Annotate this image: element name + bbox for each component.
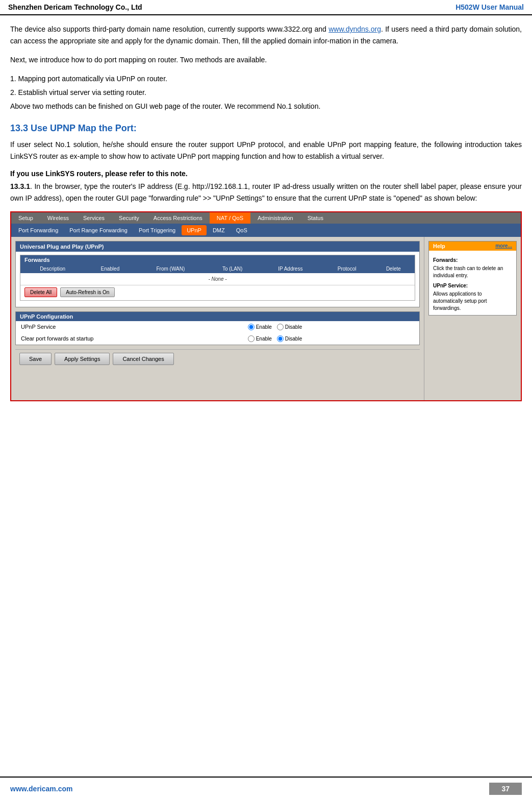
delete-all-button[interactable]: Delete All xyxy=(24,287,57,297)
col-description: Description xyxy=(20,264,85,273)
clear-forwards-row: Clear port forwards at startup Enable Di… xyxy=(16,333,419,345)
help-upnp-text: Allows applications to automatically set… xyxy=(433,291,487,311)
section-heading: 13.3 Use UPNP Map the Port: xyxy=(10,123,522,134)
nav-security[interactable]: Security xyxy=(112,212,146,224)
upnp-service-row: UPnP Service Enable Disable xyxy=(16,321,419,333)
paragraph-6: If user select No.1 solution, he/she sho… xyxy=(10,139,522,162)
col-protocol: Protocol xyxy=(322,264,372,273)
help-box: Help more... Forwards: Click the trash c… xyxy=(428,241,517,316)
nav-access-restrictions[interactable]: Access Restrictions xyxy=(146,212,210,224)
upnp-config-title: UPnP Configuration xyxy=(16,312,419,321)
col-delete: Delete xyxy=(372,264,415,273)
company-name: Shenzhen Dericam Technology Co., Ltd xyxy=(8,3,142,11)
upnp-section-box: Universal Plug and Play (UPnP) Forwards … xyxy=(15,241,420,307)
forwards-table: Description Enabled From (WAN) To (LAN) … xyxy=(20,264,415,285)
bold-line: If you use LinkSYS routers, please refer… xyxy=(10,169,522,178)
section-ref: 13.3.1 xyxy=(10,182,30,190)
forwards-content: Description Enabled From (WAN) To (LAN) … xyxy=(20,264,415,300)
subnav-upnp[interactable]: UPnP xyxy=(182,225,207,235)
col-to-lan: To (LAN) xyxy=(206,264,259,273)
dyndns-link[interactable]: www.dyndns.org xyxy=(328,25,381,33)
help-content: Forwards: Click the trash can to delete … xyxy=(429,251,516,315)
upnp-service-radios: Enable Disable xyxy=(243,321,419,333)
subnav-port-triggering[interactable]: Port Triggering xyxy=(134,225,181,235)
upnp-config-table: UPnP Service Enable Disable xyxy=(16,321,419,345)
clear-forwards-label: Clear port forwards at startup xyxy=(16,333,243,345)
nav-setup[interactable]: Setup xyxy=(11,212,40,224)
page-header: Shenzhen Dericam Technology Co., Ltd H50… xyxy=(0,0,532,15)
col-ip-address: IP Address xyxy=(259,264,322,273)
manual-title: H502W User Manual xyxy=(455,3,524,11)
action-buttons-row: Save Apply Settings Cancel Changes xyxy=(15,349,420,368)
forwards-title: Forwards xyxy=(20,255,415,264)
paragraph-2: Next, we introduce how to do port mappin… xyxy=(10,54,522,66)
nav-administration[interactable]: Administration xyxy=(250,212,300,224)
clear-disable-radio[interactable] xyxy=(277,335,284,342)
upnp-section-title: Universal Plug and Play (UPnP) xyxy=(16,241,419,252)
help-forwards-text: Click the trash can to delete an individ… xyxy=(433,265,503,278)
table-row-none: - None - xyxy=(20,273,415,285)
subnav-port-forwarding[interactable]: Port Forwarding xyxy=(13,225,63,235)
apply-settings-button[interactable]: Apply Settings xyxy=(55,353,110,365)
nav-status[interactable]: Status xyxy=(300,212,331,224)
paragraph-1: The device also supports third-party dom… xyxy=(10,23,522,47)
none-label: - None - xyxy=(20,273,415,285)
upnp-section-content: Forwards Description Enabled From (WAN) xyxy=(16,252,419,307)
router-body: Universal Plug and Play (UPnP) Forwards … xyxy=(11,237,521,400)
col-from-wan: From (WAN) xyxy=(135,264,206,273)
upnp-service-label: UPnP Service xyxy=(16,321,243,333)
help-forwards-heading: Forwards: xyxy=(433,257,512,264)
upnp-enable-radio[interactable] xyxy=(248,324,255,330)
clear-enable-radio[interactable] xyxy=(248,335,255,342)
upnp-enable-label[interactable]: Enable xyxy=(248,324,272,330)
forwards-box: Forwards Description Enabled From (WAN) xyxy=(20,255,415,301)
footer-page-number: 37 xyxy=(489,783,522,795)
clear-forwards-radios: Enable Disable xyxy=(243,333,419,345)
router-subnav: Port Forwarding Port Range Forwarding Po… xyxy=(11,224,521,237)
page-footer: www.dericam.com 37 xyxy=(0,777,532,800)
upnp-disable-radio[interactable] xyxy=(277,324,284,330)
subnav-qos[interactable]: QoS xyxy=(231,225,252,235)
clear-enable-label[interactable]: Enable xyxy=(248,335,272,342)
router-sidebar: Help more... Forwards: Click the trash c… xyxy=(424,237,521,400)
help-label: Help xyxy=(433,243,445,249)
paragraph-4: 2. Establish virtual server via setting … xyxy=(10,87,522,99)
save-button[interactable]: Save xyxy=(19,353,52,365)
paragraph-7: 13.3.1. In the browser, type the router'… xyxy=(10,181,522,204)
router-main-content: Universal Plug and Play (UPnP) Forwards … xyxy=(11,237,424,400)
help-upnp-heading: UPnP Service: xyxy=(433,282,512,289)
subnav-dmz[interactable]: DMZ xyxy=(208,225,230,235)
cancel-changes-button[interactable]: Cancel Changes xyxy=(113,353,173,365)
paragraph-3: 1. Mapping port automatically via UPnP o… xyxy=(10,73,522,85)
auto-refresh-button[interactable]: Auto-Refresh is On xyxy=(60,287,115,297)
nav-services[interactable]: Services xyxy=(76,212,112,224)
paragraph-7-text: . In the browser, type the router's IP a… xyxy=(10,182,522,202)
content-area: The device also supports third-party dom… xyxy=(0,15,532,417)
footer-url: www.dericam.com xyxy=(10,785,72,793)
clear-disable-label[interactable]: Disable xyxy=(277,335,302,342)
paragraph-5: Above two methods can be finished on GUI… xyxy=(10,101,522,112)
forwards-btn-row: Delete All Auto-Refresh is On xyxy=(20,285,415,300)
col-enabled: Enabled xyxy=(85,264,135,273)
help-box-title: Help more... xyxy=(429,241,516,251)
router-nav: Setup Wireless Services Security Access … xyxy=(11,212,521,224)
router-screenshot: Setup Wireless Services Security Access … xyxy=(10,211,522,401)
nav-wireless[interactable]: Wireless xyxy=(40,212,76,224)
help-more-link[interactable]: more... xyxy=(495,243,512,249)
nav-nat-qos[interactable]: NAT / QoS xyxy=(210,212,250,224)
upnp-config-section: UPnP Configuration UPnP Service Enable xyxy=(15,311,420,345)
upnp-disable-label[interactable]: Disable xyxy=(277,324,302,330)
subnav-port-range[interactable]: Port Range Forwarding xyxy=(64,225,133,235)
